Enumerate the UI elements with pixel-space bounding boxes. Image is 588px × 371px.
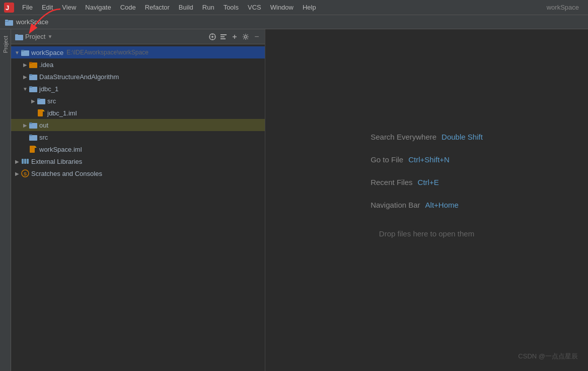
menu-file[interactable]: File (18, 2, 37, 13)
tree-arrow-out: ▶ (21, 122, 29, 128)
shortcut-goto-label: Go to File (371, 155, 403, 164)
shortcut-search-key: Double Shift (442, 133, 483, 141)
menu-window[interactable]: Window (266, 2, 298, 13)
workspace-folder-icon (5, 18, 13, 26)
project-panel: Project ▼ − ▼ (11, 29, 265, 371)
folder-icon (15, 33, 23, 41)
watermark: CSDN @一点点星辰 (518, 352, 578, 361)
tree-label-workspace-iml: workSpace.iml (39, 146, 82, 153)
shortcut-navbar-key: Alt+Home (425, 201, 459, 209)
svg-rect-26 (29, 86, 32, 88)
tree-item-workspace-iml[interactable]: workSpace.iml (11, 143, 265, 155)
svg-rect-34 (29, 135, 32, 136)
shortcut-recent: Recent Files Ctrl+E (371, 178, 483, 187)
tree-arrow-ext-libs: ▶ (13, 159, 21, 164)
project-tab-label[interactable]: Project (1, 32, 11, 57)
project-toolbar: Project ▼ − (11, 29, 265, 44)
tree-arrow-idea: ▶ (21, 62, 29, 68)
collapse-all-icon[interactable] (219, 33, 228, 41)
svg-rect-20 (21, 50, 24, 51)
svg-rect-13 (220, 34, 227, 35)
tree-item-scratches[interactable]: ▶ S Scratches and Consoles (11, 167, 265, 179)
menu-view[interactable]: View (58, 2, 80, 13)
dsa-folder-icon (29, 73, 37, 81)
shortcut-goto-key: Ctrl+Shift+N (408, 155, 450, 164)
tree-label-jdbc1-iml: jdbc_1.iml (47, 109, 77, 117)
svg-text:S: S (24, 171, 27, 176)
svg-marker-36 (35, 146, 37, 148)
menubar: J File Edit View Navigate Code Refactor … (0, 0, 588, 15)
menu-build[interactable]: Build (175, 2, 197, 13)
menu-items: File Edit View Navigate Code Refactor Bu… (18, 2, 320, 13)
svg-rect-37 (22, 159, 24, 164)
svg-text:J: J (6, 4, 9, 12)
tree-sublabel-workspace: E:\IDEAworkspace\workSpace (66, 49, 149, 56)
shortcut-navbar-label: Navigation Bar (371, 201, 420, 209)
menu-edit[interactable]: Edit (38, 2, 57, 13)
shortcut-list: Search Everywhere Double Shift Go to Fil… (371, 133, 483, 209)
tree-arrow-scratches: ▶ (13, 171, 21, 176)
menu-code[interactable]: Code (116, 2, 140, 13)
tree-item-src[interactable]: ▶ src (11, 95, 265, 107)
tree-item-jdbc1-iml[interactable]: jdbc_1.iml (11, 107, 265, 119)
workspace-iml-icon (29, 145, 37, 153)
jdbc1-folder-icon (29, 85, 37, 93)
menu-help[interactable]: Help (299, 2, 320, 13)
menu-refactor[interactable]: Refactor (141, 2, 174, 13)
tree-arrow-src: ▶ (29, 98, 37, 104)
tree-item-dsa[interactable]: ▶ DataStructureAndAlgorithm (11, 71, 265, 83)
side-panel-tab[interactable]: Project (0, 29, 11, 371)
drop-text: Drop files here to open them (379, 229, 474, 238)
titlebar: workSpace (0, 15, 588, 29)
tree-item-ext-libs[interactable]: ▶ External Libraries (11, 155, 265, 167)
dropdown-arrow-icon: ▼ (47, 34, 52, 39)
tree-item-out[interactable]: ▶ out (11, 119, 265, 131)
tree-arrow-jdbc1: ▼ (21, 86, 29, 92)
shortcut-recent-label: Recent Files (371, 178, 412, 187)
shortcut-goto: Go to File Ctrl+Shift+N (371, 155, 483, 164)
shortcut-search-label: Search Everywhere (371, 133, 436, 141)
menu-tools[interactable]: Tools (219, 2, 243, 13)
tree-item-workspace[interactable]: ▼ workSpace E:\IDEAworkspace\workSpace (11, 46, 265, 58)
svg-rect-38 (24, 159, 26, 164)
tree-label-workspace: workSpace (31, 49, 63, 56)
workspace-name: workSpace (547, 4, 584, 11)
svg-rect-39 (27, 159, 29, 164)
tree-label-dsa: DataStructureAndAlgorithm (39, 73, 119, 81)
project-dropdown[interactable]: Project ▼ (15, 33, 52, 41)
close-icon[interactable]: − (253, 33, 261, 41)
menu-run[interactable]: Run (198, 2, 218, 13)
svg-rect-35 (30, 146, 35, 153)
menu-navigate[interactable]: Navigate (81, 2, 115, 13)
svg-rect-22 (29, 62, 32, 64)
locate-icon[interactable] (208, 33, 216, 41)
tree-item-idea[interactable]: ▶ .idea (11, 58, 265, 71)
tree-arrow-dsa: ▶ (21, 74, 29, 80)
src-root-folder-icon (29, 133, 37, 141)
idea-folder-icon (29, 60, 37, 69)
settings-icon[interactable] (242, 33, 250, 41)
titlebar-text: workSpace (16, 18, 48, 26)
svg-point-18 (245, 35, 247, 38)
tree-item-src-root[interactable]: src (11, 131, 265, 143)
tree-label-out: out (39, 121, 48, 129)
workspace-folder-icon (21, 48, 29, 56)
menu-vcs[interactable]: VCS (244, 2, 265, 13)
tree-arrow-workspace: ▼ (13, 50, 21, 55)
scratches-icon: S (21, 169, 29, 177)
project-tree: ▼ workSpace E:\IDEAworkspace\workSpace ▶… (11, 44, 265, 371)
right-panel: Search Everywhere Double Shift Go to Fil… (265, 29, 588, 371)
svg-rect-24 (29, 74, 32, 76)
expand-icon[interactable] (231, 33, 239, 41)
svg-rect-4 (5, 20, 8, 21)
svg-rect-29 (38, 109, 43, 116)
svg-marker-30 (43, 109, 45, 111)
shortcut-recent-key: Ctrl+E (418, 178, 439, 187)
app-logo-icon: J (4, 3, 14, 13)
tree-item-jdbc1[interactable]: ▼ jdbc_1 (11, 83, 265, 95)
dropdown-label: Project (25, 33, 45, 40)
out-folder-icon (29, 121, 37, 129)
svg-point-8 (211, 36, 213, 38)
svg-rect-14 (220, 36, 225, 37)
src-folder-icon (37, 97, 45, 105)
